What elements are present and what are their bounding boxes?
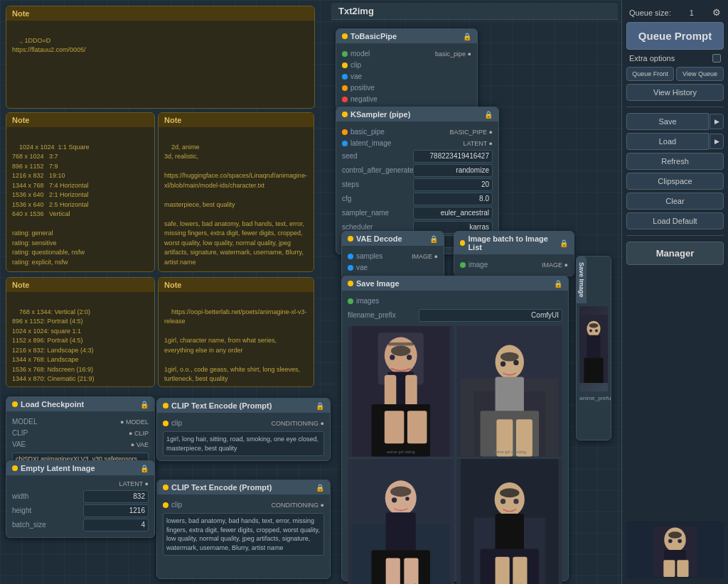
note-body-1: ., 1DDO=D https://flatauu2.com/0005/ xyxy=(6,21,314,70)
note-header-1: Note xyxy=(6,6,314,21)
svg-rect-51 xyxy=(584,357,603,382)
clear-button[interactable]: Clear xyxy=(626,193,724,210)
load-button[interactable]: Load xyxy=(626,133,709,150)
save-image-node-2: Save Image anime_prefu xyxy=(576,256,611,440)
image-cell-2[interactable]: anime girl standing xyxy=(456,326,563,457)
svg-rect-12 xyxy=(407,411,427,443)
save-row: Save ▶ xyxy=(626,113,724,130)
save1-port-images xyxy=(348,298,353,304)
svg-point-33 xyxy=(405,497,410,501)
port-dot-positive xyxy=(342,85,348,91)
clip2-status-dot xyxy=(163,485,168,490)
svg-text:anime girl standing: anime girl standing xyxy=(493,450,525,454)
port-dot-clip xyxy=(342,63,348,68)
svg-rect-63 xyxy=(677,560,688,577)
queue-prompt-button[interactable]: Queue Prompt xyxy=(626,22,724,50)
batch-lock-icon: 🔒 xyxy=(560,239,568,247)
empty-latent-header: Empty Latent Image 🔒 xyxy=(6,461,154,475)
clip-encode-body-1: clip CONDITIONING ● 1girl, long hair, si… xyxy=(157,413,330,460)
save-image-header-2: Save Image xyxy=(577,256,587,303)
refresh-button[interactable]: Refresh xyxy=(626,153,724,170)
clip2-lock-icon: 🔒 xyxy=(316,484,324,492)
clipspace-button[interactable]: Clipspace xyxy=(626,173,724,190)
save-image-node-1: Save Image 🔒 images filename_prefix Comf… xyxy=(341,276,569,581)
extra-options-checkbox[interactable] xyxy=(712,54,721,63)
svg-point-32 xyxy=(392,497,397,502)
vae-decode-node: VAE Decode 🔒 samples IMAGE ● vae xyxy=(341,231,444,279)
ksampler-lock-icon: 🔒 xyxy=(484,111,493,119)
clip-encode-body-2: clip CONDITIONING ● lowers, bad anatomy,… xyxy=(157,494,330,560)
ksampler-port-latent xyxy=(342,141,348,146)
empty-latent-body: LATENT ● width 832 height 1216 batch_siz… xyxy=(6,475,154,537)
clip-encode-node-2: CLIP Text Encode (Prompt) 🔒 clip CONDITI… xyxy=(156,480,331,579)
svg-rect-35 xyxy=(404,558,418,584)
save-arrow-button[interactable]: ▶ xyxy=(710,114,724,129)
svg-rect-30 xyxy=(371,550,430,584)
extra-options-row: Extra options xyxy=(626,53,724,64)
thumbnail-preview xyxy=(626,521,724,578)
svg-text:anime girl sitting: anime girl sitting xyxy=(387,450,415,454)
image-batch-header: Image batch to Image List 🔒 xyxy=(454,232,574,254)
to-basic-pipe-body: model basic_pipe ● clip vae positive neg… xyxy=(336,43,477,110)
load-default-button[interactable]: Load Default xyxy=(626,212,724,229)
batch-port-image xyxy=(460,262,466,268)
vae-status-dot xyxy=(348,236,353,242)
port-dot-vae xyxy=(342,74,348,80)
vae-decode-body: samples IMAGE ● vae xyxy=(342,246,444,279)
title-text: Txt2img xyxy=(338,6,374,16)
image-cell-3[interactable]: anime girl sitting 2 xyxy=(348,459,454,585)
settings-icon[interactable]: ⚙ xyxy=(712,7,721,18)
note-body-5: https://oopi-betterlab.net/poets/animagi… xyxy=(159,292,314,399)
clip1-status-dot xyxy=(163,403,168,409)
note-title-1: Note xyxy=(12,9,29,18)
title-bar: Txt2img xyxy=(331,3,618,20)
to-basic-pipe-header: ToBasicPipe 🔒 xyxy=(336,29,477,43)
image-cell-4[interactable]: anime girl dark xyxy=(456,459,563,585)
save1-lock-icon: 🔒 xyxy=(554,280,562,288)
note-header-5: Note xyxy=(159,278,314,292)
queue-front-button[interactable]: Queue Front xyxy=(626,67,674,81)
ksampler-port-basic xyxy=(342,129,348,135)
load-arrow-button[interactable]: ▶ xyxy=(710,134,724,149)
save-image-body-1: images filename_prefix ComfyUI xyxy=(342,291,568,584)
note-node-2: Note 1024 x 1024 1:1 Square 768 x 1024 3… xyxy=(6,112,155,272)
divider-2 xyxy=(626,235,724,236)
clip2-port-clip xyxy=(163,502,168,508)
svg-point-61 xyxy=(678,539,682,544)
svg-point-54 xyxy=(595,329,598,332)
batch-status-dot xyxy=(460,240,465,246)
ksampler-status-dot xyxy=(342,112,348,117)
svg-point-57 xyxy=(664,528,685,552)
svg-point-43 xyxy=(500,498,505,503)
vae-lock-icon: 🔒 xyxy=(429,235,438,243)
note-node-5: Note https://oopi-betterlab.net/poets/an… xyxy=(158,277,314,387)
svg-point-9 xyxy=(390,355,395,359)
svg-point-44 xyxy=(513,498,518,503)
svg-rect-11 xyxy=(385,411,405,443)
svg-rect-45 xyxy=(495,556,509,584)
image-cell-1[interactable]: anime girl sitting xyxy=(348,326,454,457)
svg-point-21 xyxy=(500,362,505,367)
svg-point-53 xyxy=(589,329,592,332)
note-header-3: Note xyxy=(159,113,314,127)
svg-point-7 xyxy=(391,346,411,357)
save1-status-dot xyxy=(348,281,353,286)
save-image-body-2: anime_prefu xyxy=(577,303,611,405)
note-body-3: 2d, anime 3d, realistic, https://hugging… xyxy=(159,127,314,283)
svg-point-60 xyxy=(668,539,673,544)
view-queue-button[interactable]: View Queue xyxy=(676,67,724,81)
latent-status-dot xyxy=(12,465,18,471)
to-basic-pipe-node: ToBasicPipe 🔒 model basic_pipe ● clip va… xyxy=(336,28,478,111)
view-history-button[interactable]: View History xyxy=(626,84,724,101)
vae-port-vae xyxy=(348,265,353,271)
manager-button[interactable]: Manager xyxy=(626,242,724,265)
svg-rect-46 xyxy=(513,556,527,584)
save-button[interactable]: Save xyxy=(626,113,709,130)
node-status-dot xyxy=(342,33,348,39)
note-node-1: Note ., 1DDO=D https://flatauu2.com/0005… xyxy=(6,6,315,109)
note-body-4: 768 x 1344: Vertical (2:0) 896 x 1152: P… xyxy=(6,292,154,399)
port-dot-negative xyxy=(342,97,348,102)
queue-view-row: Queue Front View Queue xyxy=(626,67,724,81)
note-body-2: 1024 x 1024 1:1 Square 768 x 1024 3:7 89… xyxy=(6,127,154,302)
note-header-4: Note xyxy=(6,278,154,292)
